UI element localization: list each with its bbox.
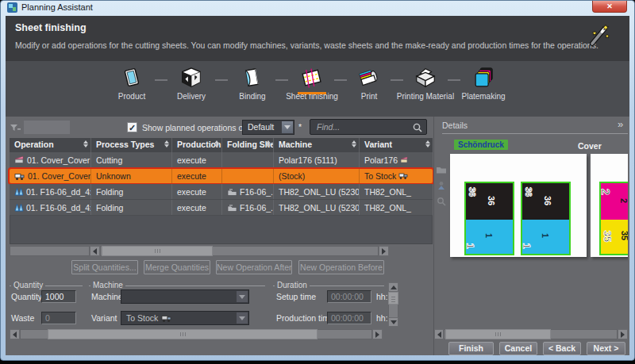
cancel-button[interactable]: Cancel xyxy=(499,342,537,355)
platemaking-icon xyxy=(471,66,495,90)
sort-icon[interactable] xyxy=(352,140,356,148)
page-number-mark: 36 xyxy=(525,187,533,197)
printing-material-icon xyxy=(414,66,437,90)
search-icon[interactable] xyxy=(413,123,422,132)
frozen-column-scroll-track[interactable] xyxy=(10,246,90,256)
find-placeholder: Find... xyxy=(317,122,340,132)
scroll-right-button[interactable] xyxy=(379,246,389,256)
show-planned-checkbox[interactable]: ✓ xyxy=(127,122,137,132)
new-operation-after-button[interactable]: New Operation After xyxy=(216,260,292,274)
step-binding[interactable]: Binding xyxy=(222,66,283,101)
step-sheet-finishing[interactable]: Sheet finishing xyxy=(282,66,342,101)
chevron-down-icon[interactable] xyxy=(237,312,248,324)
cutting-icon xyxy=(14,155,25,164)
folding-icon xyxy=(14,187,24,196)
new-operation-before-button[interactable]: New Operation Before xyxy=(298,260,384,274)
column-header-folding-sheet[interactable]: Folding Sheet xyxy=(222,138,274,152)
folding-sheet-page[interactable]: 36 36 1 1 xyxy=(464,182,514,255)
production-time-input[interactable]: 00:00:00 xyxy=(327,312,371,324)
step-delivery[interactable]: Delivery xyxy=(161,66,221,101)
active-step-indicator xyxy=(298,92,326,94)
sheet-finishing-icon xyxy=(300,66,324,90)
page-number-mark: 36 xyxy=(468,187,476,197)
table-row-selected[interactable]: 01. Cover_Cover (T... Unknown execute (S… xyxy=(8,167,434,185)
cell-process-type: Folding xyxy=(91,184,172,199)
table-row[interactable]: 01. Cover_Cover Cutting execute Polar176… xyxy=(10,152,433,168)
step-print[interactable]: Print xyxy=(339,66,399,101)
sort-icon[interactable] xyxy=(214,140,219,148)
machine-group-label: Machine xyxy=(90,281,125,289)
finish-button[interactable]: Finish xyxy=(448,342,494,355)
step-connector xyxy=(391,79,403,81)
scroll-up-button[interactable] xyxy=(388,282,398,292)
page-number: 35 xyxy=(620,231,628,240)
variant-select[interactable]: To Stock xyxy=(121,311,249,325)
view-preset-select[interactable]: Default xyxy=(242,120,294,135)
details-divider xyxy=(442,133,628,134)
sort-icon[interactable] xyxy=(164,140,169,148)
page-number-mark: 1 xyxy=(522,243,530,248)
merge-quantities-button[interactable]: Merge Quantities xyxy=(144,260,210,274)
back-button[interactable]: < Back xyxy=(543,342,581,355)
column-header-operation[interactable]: Operation xyxy=(10,138,91,152)
find-input[interactable]: Find... xyxy=(310,119,427,135)
show-planned-label: Show planned operations only xyxy=(142,123,254,132)
column-header-variant[interactable]: Variant xyxy=(360,138,433,152)
scroll-left-button[interactable] xyxy=(434,329,444,339)
press-sheet-preview[interactable]: 36 36 1 1 36 36 1 1 xyxy=(450,154,587,257)
quantity-input[interactable]: 1000 xyxy=(41,290,76,303)
production-time-label: Production time xyxy=(276,313,334,323)
duration-group-label: Duration xyxy=(275,281,310,289)
scroll-left-button[interactable] xyxy=(10,329,20,339)
split-quantities-button[interactable]: Split Quantities... xyxy=(71,260,138,274)
production-time-unit: hh:mm xyxy=(376,313,387,323)
column-header-process-types[interactable]: Process Types xyxy=(91,138,172,152)
table-hscroll-thumb[interactable] xyxy=(102,246,213,256)
cell-folding-sheet: F16-06_... xyxy=(240,187,274,197)
filter-field[interactable] xyxy=(24,121,70,134)
details-hscroll-thumb[interactable] xyxy=(445,329,551,339)
scroll-right-button[interactable] xyxy=(618,329,628,339)
sort-icon[interactable] xyxy=(83,140,88,148)
cell-production: execute xyxy=(172,169,222,183)
filter-icon[interactable] xyxy=(10,123,21,132)
close-button[interactable]: ✕ xyxy=(592,1,627,13)
quantity-label: Quantity xyxy=(11,292,42,301)
folding-sheet-page[interactable]: 36 36 1 1 xyxy=(521,182,571,255)
binding-icon xyxy=(241,66,264,90)
scroll-right-button[interactable] xyxy=(372,329,383,339)
step-connector xyxy=(155,79,167,81)
waste-input[interactable]: 0 xyxy=(41,312,76,324)
column-header-production[interactable]: Production xyxy=(172,138,222,152)
sort-icon[interactable] xyxy=(266,140,271,148)
details-expand-button[interactable]: » xyxy=(618,118,623,130)
cell-variant: TH82_ONL_ xyxy=(360,200,433,215)
cell-machine: TH82_ONL_LU (5230) xyxy=(274,184,360,199)
sort-icon[interactable] xyxy=(425,140,430,148)
form-vscroll-thumb[interactable] xyxy=(388,292,398,305)
next-button[interactable]: Next > xyxy=(587,342,625,355)
table-row[interactable]: 01. F16-06_dd_4x2 ... Folding execute F1… xyxy=(10,200,433,216)
page-number: 1 xyxy=(541,233,550,238)
scroll-down-button[interactable] xyxy=(388,317,398,327)
step-label: Print xyxy=(339,92,399,101)
table-row[interactable]: 01. F16-06_dd_4x2 ... Folding execute F1… xyxy=(10,184,433,200)
machine-select[interactable] xyxy=(121,289,249,304)
machine-label: Machine xyxy=(91,292,123,301)
chevron-down-icon[interactable] xyxy=(282,121,293,133)
column-header-machine[interactable]: Machine xyxy=(274,138,360,152)
scroll-left-button[interactable] xyxy=(90,246,100,256)
step-product[interactable]: Product xyxy=(102,66,162,101)
press-sheet-preview[interactable]: 2 2 35 35 xyxy=(591,154,628,257)
chevron-down-icon[interactable] xyxy=(237,291,248,302)
step-platemaking[interactable]: Platemaking xyxy=(453,66,514,101)
step-printing-material[interactable]: Printing Material xyxy=(395,66,456,101)
cell-production: execute xyxy=(172,200,222,215)
folding-sheet-page[interactable]: 2 2 35 35 xyxy=(599,182,628,255)
cell-operation: 01. Cover_Cover (T... xyxy=(28,171,91,181)
setup-time-input[interactable]: 00:00:00 xyxy=(327,290,371,303)
sheet-preview-area[interactable]: 36 36 1 1 36 36 1 1 xyxy=(434,136,628,328)
cell-variant: Polar176 xyxy=(364,155,398,165)
form-hscroll-thumb[interactable] xyxy=(48,329,318,339)
details-title: Details xyxy=(442,121,468,130)
